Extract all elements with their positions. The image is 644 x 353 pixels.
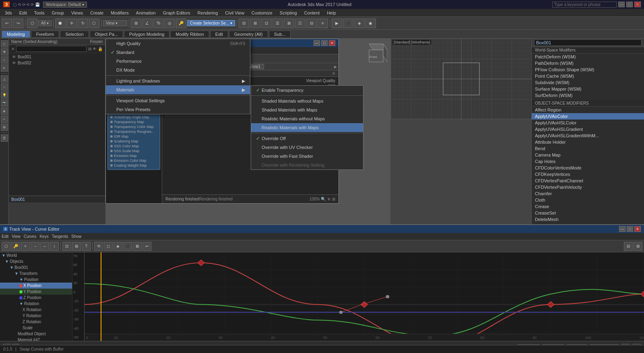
menu-dx-mode[interactable]: ✓ DX Mode: [106, 66, 250, 74]
tv-max[interactable]: □: [627, 226, 633, 232]
tb-vp-7[interactable]: ⊟: [306, 19, 317, 28]
map-close-icon[interactable]: ✕: [332, 71, 335, 76]
menu-standard[interactable]: ✓ Standard: [106, 48, 250, 57]
rp-pointcache-wsm[interactable]: Point Cache (WSM): [532, 73, 644, 79]
tree-y-position[interactable]: Y Position: [0, 289, 72, 295]
rp-cfd-color[interactable]: CFDColorVerticesMode: [532, 165, 644, 171]
sub-realistic-maps[interactable]: ✓ Realistic Materials with Maps: [251, 123, 363, 132]
slot-transparency-rough[interactable]: Transparency Rougnes...: [109, 129, 158, 134]
menu-rendering[interactable]: Rendering: [194, 10, 221, 16]
rp-camera-map[interactable]: Camera Map: [532, 152, 644, 158]
lt-lights[interactable]: 💡: [1, 91, 8, 99]
min-button[interactable]: —: [618, 2, 625, 7]
rp-cap-holes[interactable]: Cap Holes: [532, 158, 644, 165]
sub-realistic-no-maps[interactable]: ✓ Realistic Materials without Maps: [251, 114, 363, 123]
tab-modeling[interactable]: Modeling: [2, 31, 30, 38]
tab-freeform[interactable]: Freeform: [31, 31, 60, 38]
slot-emission[interactable]: Emission Map: [109, 153, 158, 158]
close-button[interactable]: ✕: [634, 2, 641, 7]
menu-animation[interactable]: Animation: [133, 10, 159, 16]
menu-group[interactable]: Group: [48, 10, 67, 16]
scene-item-box001[interactable]: 👁 Box001: [9, 54, 105, 60]
menu-edit[interactable]: Edit: [16, 10, 30, 16]
rp-patchdeform-wsm[interactable]: PatchDeform (WSM): [532, 54, 644, 60]
tb-vp-2[interactable]: ⊞: [250, 19, 260, 28]
tb-move[interactable]: ✛: [66, 19, 77, 28]
sub-enable-transparency[interactable]: ✓ Enable Transparency: [251, 86, 363, 95]
tb-spinner[interactable]: ◎: [165, 19, 175, 28]
tab-geometry[interactable]: Geometry (All): [229, 31, 268, 38]
rp-applyuv-aohslcolor[interactable]: ApplyUVAoHSLColor: [532, 120, 644, 126]
menu-content[interactable]: Content: [301, 10, 323, 16]
tv-menu-curves[interactable]: Curves: [24, 234, 37, 239]
slot-transparency[interactable]: Transparency Map: [109, 120, 158, 124]
slot-scattering[interactable]: Scattering Map: [109, 139, 158, 144]
create-selection-btn[interactable]: Create Selection Se... ▾: [187, 20, 235, 26]
sub-override-uv[interactable]: ✓ Override with UV Checker: [251, 143, 363, 152]
tab-edit[interactable]: Edit: [210, 31, 228, 38]
rp-applyuv-gradient[interactable]: ApplyUVAoHSLGradient: [532, 126, 644, 132]
menu-lighting[interactable]: ✓ Lighting and Shadows ▶: [106, 76, 250, 85]
max-button[interactable]: □: [626, 2, 633, 7]
tv-tb-6[interactable]: ↕: [50, 242, 59, 251]
tb-percent[interactable]: %: [153, 19, 164, 28]
tree-modified-obj[interactable]: Modified Object: [0, 331, 72, 337]
tv-tb-13[interactable]: ⬛: [123, 242, 132, 251]
lt-helpers[interactable]: ⊕: [1, 107, 8, 115]
sub-override-fast[interactable]: ✓ Override with Fast Shader: [251, 152, 363, 161]
tv-tb-10[interactable]: ⟲: [94, 242, 103, 251]
tab-object-pa[interactable]: Object Pa...: [90, 31, 123, 38]
tree-material47[interactable]: Material #47: [0, 337, 72, 341]
tv-menu-edit[interactable]: Edit: [2, 234, 8, 239]
tv-tb-2[interactable]: 🔑: [11, 242, 20, 251]
menu-customize[interactable]: Customize: [248, 10, 276, 16]
menu-materials[interactable]: ✓ Materials ▶ ✓ Enable Transparency ✓ Sh…: [106, 85, 250, 94]
menu-create[interactable]: Create: [87, 10, 107, 16]
view-dropdown[interactable]: View ▾: [103, 20, 127, 26]
tb-render2[interactable]: ⬛: [343, 19, 353, 28]
scene-search[interactable]: [16, 46, 87, 52]
tb-render3[interactable]: ◈: [354, 19, 365, 28]
tree-y-rotation[interactable]: Y Rotation: [0, 313, 72, 319]
lt-systems[interactable]: ⚙: [1, 124, 8, 131]
tb-undo[interactable]: ↩: [2, 19, 12, 28]
lt-shapes[interactable]: ○: [1, 83, 8, 91]
tree-world[interactable]: ▼ World: [0, 252, 72, 258]
slate-close[interactable]: ✕: [329, 40, 335, 46]
menu-scripting[interactable]: Scripting: [277, 10, 300, 16]
tv-tb-14[interactable]: ⊠: [133, 242, 142, 251]
slot-aniso-angle[interactable]: Anisotropy Angle Map: [109, 115, 158, 120]
menu-per-view[interactable]: ✓ Per-View Presets: [106, 105, 250, 114]
rp-delete-mesh[interactable]: DeleteMesh: [532, 216, 644, 223]
tv-menu-show[interactable]: Show: [71, 234, 81, 239]
rp-subdivide-wsm[interactable]: Subdivide (WSM): [532, 79, 644, 86]
menu-help[interactable]: Help: [324, 10, 339, 16]
menu-tools[interactable]: Tools: [31, 10, 48, 16]
menu-viewport-global[interactable]: ✓ Viewport Global Settings: [106, 96, 250, 105]
tv-tb-12[interactable]: ◈: [114, 242, 122, 251]
tv-tb-15[interactable]: ↩: [142, 242, 151, 251]
tb-angle[interactable]: ∠: [142, 19, 153, 28]
tv-min[interactable]: —: [619, 226, 625, 232]
menu-performance[interactable]: ✓ Performance: [106, 57, 250, 66]
tree-z-position[interactable]: Z Position: [0, 295, 72, 301]
rp-cfd-paint-velocity[interactable]: CFDVertexPaintVelocity: [532, 184, 644, 190]
tb-select[interactable]: ⬡: [27, 19, 37, 28]
tv-menu-tangents[interactable]: Tangents: [52, 234, 68, 239]
slot-ior[interactable]: IOR Map: [109, 134, 158, 139]
tv-tb-1[interactable]: ⬡: [2, 242, 10, 251]
tree-position[interactable]: ▼ Position: [0, 277, 72, 283]
lt-edit[interactable]: ✏: [1, 64, 8, 72]
tree-box001[interactable]: ▼ Box001: [0, 264, 72, 270]
tv-tb-7[interactable]: ⊡: [62, 242, 71, 251]
tb-vp-8[interactable]: ≡: [318, 19, 328, 28]
slot-emission-color[interactable]: Emission Color Map: [109, 158, 158, 163]
tb-snap[interactable]: ⊞: [131, 19, 141, 28]
tv-tb-9[interactable]: ?: [82, 242, 91, 251]
tv-tb-8[interactable]: ⊞: [72, 242, 81, 251]
menu-graph-editors[interactable]: Graph Editors: [160, 10, 194, 16]
select-all-btn[interactable]: All ▾: [38, 20, 52, 26]
lt-create[interactable]: +: [1, 56, 8, 64]
rp-cloth[interactable]: Cloth: [532, 197, 644, 203]
lt-layer[interactable]: ☰: [1, 134, 8, 142]
